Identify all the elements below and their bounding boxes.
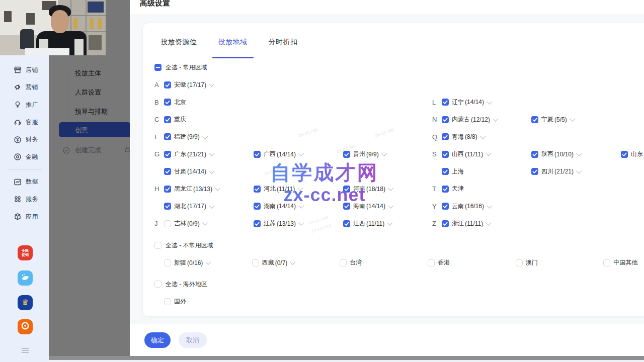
- chevron-down-icon[interactable]: [209, 203, 214, 208]
- chevron-down-icon[interactable]: [487, 99, 492, 104]
- stepper-item-creative-active[interactable]: 创意: [59, 122, 131, 137]
- stepper-item-audience[interactable]: 人群设置: [75, 88, 101, 97]
- region-count: (0/9): [187, 220, 200, 227]
- sidebar-item-财务[interactable]: 财务: [0, 131, 49, 148]
- chevron-down-icon[interactable]: [480, 133, 486, 139]
- section-header-label: 全选 - 不常用区域: [166, 241, 213, 250]
- chevron-down-icon[interactable]: [209, 150, 214, 156]
- checkbox-checked[interactable]: [621, 151, 628, 158]
- tab-投放资源位[interactable]: 投放资源位: [159, 38, 198, 47]
- chevron-down-icon[interactable]: [202, 220, 208, 225]
- checkbox-checked[interactable]: [164, 81, 171, 88]
- region-item-香港: 香港: [428, 258, 516, 267]
- chevron-down-icon[interactable]: [388, 185, 393, 191]
- tab-投放地域[interactable]: 投放地域: [217, 38, 249, 47]
- checkbox-checked[interactable]: [442, 220, 449, 227]
- chevron-down-icon[interactable]: [388, 203, 393, 208]
- stepper-item-budget[interactable]: 预算与排期: [75, 107, 108, 116]
- chevron-down-icon[interactable]: [387, 220, 393, 225]
- checkbox-checked[interactable]: [254, 220, 261, 227]
- checkbox-unchecked[interactable]: [164, 220, 171, 227]
- collapse-menu-button[interactable]: [22, 347, 29, 354]
- checkbox-checked[interactable]: [164, 186, 171, 193]
- checkbox-checked[interactable]: [442, 186, 449, 193]
- checkbox-checked[interactable]: [254, 151, 261, 158]
- sidebar-item-应用[interactable]: 应用: [0, 208, 49, 226]
- chevron-down-icon[interactable]: [215, 185, 220, 191]
- checkbox-unchecked[interactable]: [164, 298, 171, 305]
- region-item-贵州: 贵州(9/9): [343, 150, 433, 158]
- chevron-down-icon[interactable]: [290, 259, 296, 264]
- cancel-button[interactable]: 取消: [179, 332, 207, 348]
- sidebar-item-金融[interactable]: 金融: [0, 148, 49, 166]
- checkbox-checked[interactable]: [442, 151, 449, 158]
- chevron-down-icon[interactable]: [206, 259, 211, 264]
- checkbox-checked[interactable]: [164, 168, 171, 175]
- checkbox-unchecked[interactable]: [340, 259, 347, 266]
- chevron-down-icon[interactable]: [486, 220, 492, 225]
- checkbox-checked[interactable]: [164, 99, 171, 106]
- region-label: 内蒙古: [452, 115, 470, 124]
- quanmin-cuxiao-app[interactable]: 全民促销: [18, 245, 33, 260]
- sidebar-item-数据[interactable]: 数据: [0, 173, 49, 191]
- chevron-down-icon[interactable]: [298, 203, 304, 208]
- checkbox-checked[interactable]: [343, 151, 350, 158]
- checkbox-checked[interactable]: [442, 99, 449, 106]
- chevron-down-icon[interactable]: [486, 150, 492, 156]
- checkbox-checked[interactable]: [254, 203, 261, 210]
- chevron-down-icon[interactable]: [298, 185, 303, 191]
- region-row: B北京: [154, 94, 433, 111]
- sidebar-item-推广[interactable]: 推广: [0, 96, 49, 114]
- checkbox-checked[interactable]: [442, 203, 449, 210]
- stepper-item-subject[interactable]: 投放主体: [75, 69, 101, 78]
- region-label: 国外: [174, 297, 186, 306]
- yen-circle-icon: [14, 136, 22, 144]
- checkbox-checked[interactable]: [442, 168, 449, 175]
- checkbox-unchecked[interactable]: [428, 259, 435, 266]
- chevron-down-icon[interactable]: [570, 116, 575, 121]
- checkbox-checked[interactable]: [442, 116, 449, 123]
- chevron-down-icon[interactable]: [202, 133, 208, 139]
- chevron-down-icon[interactable]: [493, 116, 498, 121]
- checkbox-checked[interactable]: [531, 116, 538, 123]
- checkbox-checked[interactable]: [442, 133, 449, 140]
- sidebar-item-店铺[interactable]: 店铺: [0, 61, 49, 79]
- chevron-down-icon[interactable]: [298, 220, 304, 225]
- checkbox-unchecked[interactable]: [603, 259, 610, 266]
- chevron-down-icon[interactable]: [209, 168, 214, 173]
- checkbox-unchecked[interactable]: [164, 259, 171, 266]
- checkbox-indeterminate[interactable]: [154, 64, 162, 71]
- checkbox-unchecked[interactable]: [516, 259, 523, 266]
- chevron-down-icon[interactable]: [487, 203, 492, 208]
- letter-index: Y: [432, 203, 442, 210]
- checkbox-checked[interactable]: [343, 203, 350, 210]
- checkbox-checked[interactable]: [164, 203, 171, 210]
- checkbox-unchecked[interactable]: [252, 259, 259, 266]
- checkbox-checked[interactable]: [343, 220, 350, 227]
- checkbox-unchecked[interactable]: [154, 242, 162, 249]
- checkbox-unchecked[interactable]: [154, 281, 162, 288]
- wangwang-app[interactable]: [18, 319, 33, 334]
- chevron-down-icon[interactable]: [381, 150, 387, 156]
- region-count: (14/14): [277, 203, 296, 210]
- tab-分时折扣[interactable]: 分时折扣: [268, 38, 299, 47]
- checkbox-checked[interactable]: [164, 151, 171, 158]
- confirm-button[interactable]: 确定: [144, 332, 171, 348]
- checkbox-checked[interactable]: [164, 116, 171, 123]
- checkbox-checked[interactable]: [343, 186, 350, 193]
- sidebar-item-营销[interactable]: 营销: [0, 79, 49, 97]
- chevron-down-icon[interactable]: [298, 150, 304, 156]
- dialog-footer: 确定 取消: [130, 324, 644, 356]
- checkbox-checked[interactable]: [531, 151, 538, 158]
- letter-index: F: [154, 133, 164, 141]
- chevron-down-icon[interactable]: [209, 81, 214, 86]
- checkbox-checked[interactable]: [164, 133, 171, 140]
- chevron-down-icon[interactable]: [576, 168, 582, 173]
- crown-app[interactable]: ♛: [18, 295, 33, 310]
- sidebar-item-服务[interactable]: 服务: [0, 191, 49, 208]
- sidebar-item-客服[interactable]: 客服: [0, 114, 49, 131]
- chevron-down-icon[interactable]: [576, 150, 582, 156]
- checkbox-checked[interactable]: [531, 168, 538, 175]
- whale-app[interactable]: [18, 270, 33, 286]
- checkbox-checked[interactable]: [254, 186, 261, 193]
